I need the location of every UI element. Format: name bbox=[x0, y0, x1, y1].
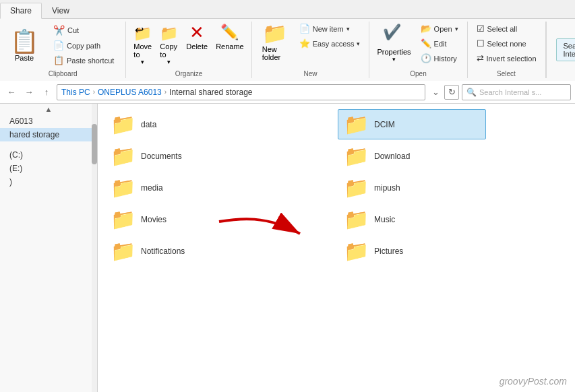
breadcrumb-bar: This PC › ONEPLUS A6013 › Internal share… bbox=[57, 84, 425, 100]
refresh-button[interactable]: ↻ bbox=[444, 85, 459, 100]
history-label: History bbox=[434, 55, 457, 63]
properties-arrow: ▾ bbox=[392, 56, 396, 63]
folder-data-label: data bbox=[141, 120, 156, 129]
new-folder-button[interactable]: 📁 New folder bbox=[256, 22, 293, 63]
edit-button[interactable]: ✏️ Edit bbox=[416, 36, 463, 51]
folder-icon: 📁 bbox=[344, 144, 369, 168]
main-area: ▲ A6013 hared storage (C:) (E:) ) 📁 data bbox=[0, 104, 575, 392]
sidebar-item-shared-storage[interactable]: hared storage bbox=[0, 128, 97, 141]
new-label: New bbox=[256, 69, 365, 78]
tab-view[interactable]: View bbox=[42, 3, 80, 18]
folder-movies-label: Movies bbox=[141, 215, 167, 224]
folder-media[interactable]: 📁 media bbox=[104, 172, 253, 203]
folder-notifications[interactable]: 📁 Notifications bbox=[104, 236, 253, 266]
rename-button[interactable]: ✏️ Rename bbox=[212, 22, 247, 53]
breadcrumb-sep2: › bbox=[164, 88, 167, 96]
delete-button[interactable]: ✕ Delete bbox=[183, 22, 211, 53]
move-to-label: Move to bbox=[133, 42, 152, 59]
new-group: 📁 New folder 📄 New item ▾ ⭐ Easy access … bbox=[252, 22, 370, 78]
sidebar-item-c[interactable]: (C:) bbox=[0, 148, 97, 162]
copy-path-label: Copy path bbox=[67, 42, 100, 50]
clipboard-group: 📋 Paste ✂️ Cut 📄 Copy path 📋 bbox=[0, 22, 126, 78]
left-column: 📁 data 📁 Documents 📁 media 📁 Movies bbox=[104, 109, 335, 266]
delete-label: Delete bbox=[186, 42, 208, 51]
cut-icon: ✂️ bbox=[53, 25, 65, 36]
select-btns: ☑ Select all ☐ Select none ⇄ Invert sele… bbox=[472, 22, 541, 65]
sidebar-scroll-up[interactable]: ▲ bbox=[0, 104, 97, 115]
breadcrumb-sep1: › bbox=[93, 88, 95, 96]
folder-dcim-label: DCIM bbox=[374, 120, 395, 129]
folder-music[interactable]: 📁 Music bbox=[338, 204, 486, 234]
folder-icon: 📁 bbox=[344, 112, 369, 136]
folder-documents[interactable]: 📁 Documents bbox=[104, 141, 253, 171]
sidebar-spacer bbox=[0, 141, 97, 148]
folder-notifications-label: Notifications bbox=[141, 247, 185, 256]
new-item-icon: 📄 bbox=[299, 24, 310, 34]
copy-to-label: Copy to bbox=[160, 42, 178, 59]
select-all-button[interactable]: ☑ Select all bbox=[472, 22, 541, 36]
easy-access-button[interactable]: ⭐ Easy access ▾ bbox=[295, 36, 365, 51]
cut-button[interactable]: ✂️ Cut bbox=[49, 23, 119, 38]
properties-button[interactable]: ✔️ Properties ▾ bbox=[373, 22, 414, 65]
sidebar: ▲ A6013 hared storage (C:) (E:) ) bbox=[0, 104, 98, 392]
open-label: Open bbox=[373, 69, 462, 78]
easy-access-arrow: ▾ bbox=[357, 40, 360, 47]
back-button[interactable]: ← bbox=[4, 85, 19, 100]
file-columns: 📁 data 📁 Documents 📁 media 📁 Movies bbox=[104, 109, 568, 266]
sidebar-item-e[interactable]: (E:) bbox=[0, 162, 97, 175]
folder-mipush[interactable]: 📁 mipush bbox=[338, 172, 486, 203]
dropdown-button[interactable]: ⌄ bbox=[428, 85, 443, 100]
select-none-button[interactable]: ☐ Select none bbox=[472, 36, 541, 51]
clipboard-small-btns: ✂️ Cut 📄 Copy path 📋 Paste shortcut bbox=[46, 22, 121, 69]
copy-path-button[interactable]: 📄 Copy path bbox=[49, 38, 119, 53]
cut-label: Cut bbox=[67, 26, 79, 34]
folder-pictures[interactable]: 📁 Pictures bbox=[338, 236, 486, 266]
folder-icon: 📁 bbox=[111, 239, 135, 263]
address-bar: ← → ↑ This PC › ONEPLUS A6013 › Internal… bbox=[0, 81, 575, 104]
folder-icon: 📁 bbox=[111, 176, 135, 199]
paste-button[interactable]: 📋 Paste bbox=[4, 22, 44, 69]
folder-data[interactable]: 📁 data bbox=[104, 109, 253, 139]
new-folder-label: New folder bbox=[262, 45, 287, 61]
history-icon: 🕐 bbox=[421, 53, 431, 63]
folder-icon: 📁 bbox=[344, 239, 369, 263]
move-to-button[interactable]: 📁 ↩ Move to ▾ bbox=[130, 22, 155, 67]
new-items-group: 📄 New item ▾ ⭐ Easy access ▾ bbox=[295, 22, 365, 51]
move-to-arrow: ▾ bbox=[141, 59, 144, 65]
open-small-group: 📂 Open ▾ ✏️ Edit 🕐 History bbox=[416, 22, 463, 65]
new-item-button[interactable]: 📄 New item ▾ bbox=[295, 22, 365, 36]
forward-button[interactable]: → bbox=[22, 85, 36, 100]
easy-access-label: Easy access bbox=[313, 40, 355, 48]
select-all-icon: ☑ bbox=[477, 24, 485, 34]
copy-to-button[interactable]: 📁 Copy to ▾ bbox=[156, 22, 181, 67]
select-label: Select bbox=[472, 69, 541, 78]
history-button[interactable]: 🕐 History bbox=[416, 51, 463, 65]
folder-download-label: Download bbox=[374, 152, 410, 161]
invert-selection-button[interactable]: ⇄ Invert selection bbox=[472, 51, 541, 65]
sidebar-thumb[interactable] bbox=[92, 124, 97, 164]
breadcrumb-thispc[interactable]: This PC bbox=[61, 88, 90, 97]
paste-shortcut-button[interactable]: 📋 Paste shortcut bbox=[49, 53, 119, 67]
paste-label: Paste bbox=[15, 54, 34, 62]
tab-share[interactable]: Share bbox=[0, 3, 42, 19]
paste-area: 📋 Paste ✂️ Cut 📄 Copy path 📋 bbox=[4, 22, 121, 69]
invert-icon: ⇄ bbox=[477, 53, 484, 63]
breadcrumb-device[interactable]: ONEPLUS A6013 bbox=[98, 88, 162, 97]
select-none-label: Select none bbox=[487, 40, 526, 48]
search-icon: 🔍 bbox=[466, 88, 477, 97]
edit-label: Edit bbox=[434, 40, 447, 48]
up-button[interactable]: ↑ bbox=[39, 85, 54, 100]
search-placeholder: Search Internal s... bbox=[479, 88, 541, 96]
folder-download[interactable]: 📁 Download bbox=[338, 141, 486, 171]
folder-icon: 📁 bbox=[344, 207, 369, 231]
sidebar-item-a6013[interactable]: A6013 bbox=[0, 115, 97, 128]
sidebar-item-other[interactable]: ) bbox=[0, 175, 97, 189]
folder-media-label: media bbox=[141, 183, 163, 193]
open-button[interactable]: 📂 Open ▾ bbox=[416, 22, 463, 36]
open-icon: 📂 bbox=[421, 24, 431, 34]
folder-dcim[interactable]: 📁 DCIM bbox=[338, 109, 486, 139]
search-box[interactable]: 🔍 Search Internal s... bbox=[462, 84, 571, 100]
open-label: Open bbox=[434, 25, 452, 33]
select-all-label: Select all bbox=[487, 25, 518, 33]
folder-movies[interactable]: 📁 Movies bbox=[104, 204, 253, 234]
